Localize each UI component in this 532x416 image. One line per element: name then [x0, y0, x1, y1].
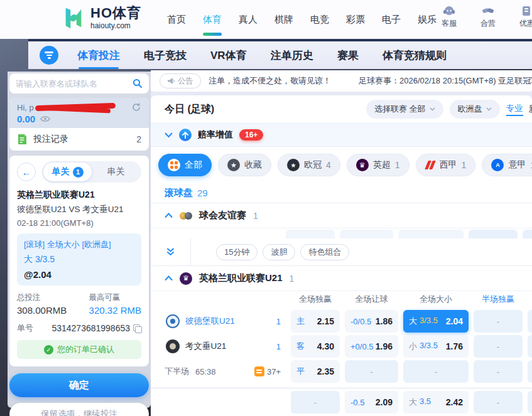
nav-lottery[interactable]: 彩票	[346, 14, 365, 26]
odds-cell-alt-handicap[interactable]: -0.5 2.09	[345, 391, 398, 413]
tab-laliga-count: 1	[462, 160, 467, 170]
odds-cell-away-win[interactable]: 客 4.30	[291, 335, 340, 358]
nav-home[interactable]: 首页	[167, 14, 186, 26]
eye-icon[interactable]	[40, 115, 50, 122]
odds-panel: 今日 (足球) 选择联赛 全部 欧洲盘 专业 新	[151, 95, 532, 416]
odds-tag: 大	[409, 397, 417, 408]
expand-all-button[interactable]	[151, 238, 191, 265]
tab-all-leagues[interactable]: 全部	[158, 154, 212, 176]
copy-order-icon[interactable]	[133, 324, 141, 333]
announcement-text: 注单，造成不便之处，敬请见谅！	[209, 75, 331, 87]
promotions-button[interactable]: 优惠	[514, 5, 532, 29]
partnership-button[interactable]: 合营	[475, 5, 501, 29]
tab-seriea[interactable]: A 意甲 1	[482, 154, 532, 176]
max-win-label: 最高可赢	[89, 292, 141, 303]
simple-view-toggle[interactable]: 新	[529, 104, 532, 115]
bet-records-label: 投注记录	[33, 134, 68, 145]
filter-correct-score[interactable]: 波胆	[263, 244, 295, 260]
nav-slots[interactable]: 电子	[382, 14, 401, 26]
odds-value: 2.42	[446, 397, 463, 407]
odds-cell-draw[interactable]: 平 2.35	[291, 360, 340, 383]
col-half-time-1x2: 半场独赢	[474, 294, 523, 305]
tab-ucl[interactable]: ★ 欧冠 4	[278, 154, 340, 176]
friendly-title: 球会友谊赛	[199, 210, 246, 221]
live-markets-row[interactable]: 滚球盘 29	[151, 183, 532, 203]
live-markets-label: 滚球盘	[165, 187, 193, 199]
odds-value: 1.96	[376, 341, 393, 351]
subnav-bet-history[interactable]: 注单历史	[271, 48, 313, 63]
slip-tab-group: 单关 1 串关	[42, 161, 141, 183]
subnav-sports-betting[interactable]: 体育投注	[77, 48, 120, 63]
subnav-esports[interactable]: 电子竞技	[144, 48, 187, 63]
search-icon[interactable]	[133, 78, 143, 88]
nav-live-casino[interactable]: 真人	[239, 14, 258, 26]
ou-line: 3/3.5	[420, 341, 438, 352]
customer-service-button[interactable]: 客服	[437, 5, 462, 29]
subnav-rules[interactable]: 体育竞猜规则	[383, 48, 447, 63]
live-markets-count: 29	[197, 188, 208, 198]
tab-parlay-bet[interactable]: 串关	[92, 163, 140, 181]
odds-value: 2.09	[376, 397, 393, 407]
match-stats[interactable]: 37+	[254, 366, 281, 376]
odds-cell-home-win[interactable]: 主 2.15	[291, 310, 340, 333]
odds-cell-home-handicap[interactable]: -0/0.5 1.86	[345, 310, 398, 333]
odds-boost-row[interactable]: 赔率增值 16+	[151, 123, 532, 147]
pro-view-toggle[interactable]: 专业	[506, 103, 523, 116]
away-team-count: 1	[276, 342, 281, 351]
odds-cell-away-handicap[interactable]: +0/0.5 1.96	[345, 335, 398, 358]
logo-title: HO体育	[90, 6, 141, 20]
odds-cell-empty: -	[345, 360, 398, 383]
section-league-header[interactable]: ♛ 英格兰职业联赛U21 1	[151, 266, 532, 291]
order-number-value: 5314273681998653	[52, 323, 130, 333]
odds-cell-under[interactable]: 小 3/3.5 1.76	[403, 335, 469, 358]
bet-records-count: 2	[136, 134, 141, 144]
odds-cell-alt-over[interactable]: 大 3.5 2.42	[403, 391, 469, 413]
home-team-name[interactable]: 彼德堡联U21	[185, 316, 235, 327]
filter-specials[interactable]: 特色组合	[300, 244, 349, 260]
collapse-slip-button[interactable]: ←	[17, 163, 36, 181]
odds-cell-empty: -	[403, 360, 469, 383]
bet-records-row[interactable]: 投注记录 2	[9, 128, 149, 151]
brand-logo[interactable]: HO体育 haiouty.com	[62, 6, 141, 30]
double-chevron-down-icon	[166, 248, 175, 256]
tab-single-bet[interactable]: 单关 1	[43, 163, 92, 181]
subnav-vr-sports[interactable]: VR体育	[210, 48, 247, 63]
total-stake-value: 308.00RMB	[17, 305, 67, 316]
tab-laliga[interactable]: 西甲 1	[416, 154, 476, 176]
filter-15min[interactable]: 15分钟	[216, 244, 258, 260]
away-team-name[interactable]: 考文垂U21	[185, 341, 226, 352]
confirm-button[interactable]: 确定	[9, 373, 149, 397]
odds-value: 1.76	[446, 341, 463, 351]
collapsed-odds-strip	[151, 228, 532, 238]
sub-nav-items: 体育投注 电子竞技 VR体育 注单历史 赛果 体育竞猜规则	[77, 48, 447, 63]
tab-epl[interactable]: ♛ 英超 1	[347, 154, 410, 176]
keep-selection-button[interactable]: 保留选项，继续投注	[9, 403, 149, 416]
nav-board-games[interactable]: 棋牌	[274, 14, 293, 26]
market-type-dropdown[interactable]: 欧洲盘	[450, 100, 500, 119]
odds-column-headers: 全场独赢 全场让球 全场大小 半场独赢 半场让球	[151, 291, 532, 307]
search-input[interactable]	[16, 79, 133, 88]
section-friendly-header[interactable]: 球会友谊赛 1	[151, 203, 532, 228]
total-stake: 总投注 308.00RMB	[17, 292, 67, 316]
dash: -	[435, 367, 437, 376]
top-header: HO体育 haiouty.com 首页 体育 真人 棋牌 电竞 彩票 电子 娱乐	[0, 0, 532, 39]
odds-cell-over-selected[interactable]: 大 3/3.5 2.04	[403, 310, 469, 333]
odds-cell-empty: -	[528, 310, 532, 333]
friendly-count: 1	[253, 211, 258, 221]
subnav-results[interactable]: 赛果	[337, 48, 359, 63]
all-grid-icon	[168, 159, 180, 171]
nav-entertainment[interactable]: 娱乐	[418, 14, 437, 26]
nav-esports[interactable]: 电竞	[310, 14, 329, 26]
partnership-label: 合营	[480, 18, 496, 29]
market-type-label: 欧洲盘	[458, 104, 482, 115]
filter-button[interactable]	[40, 46, 58, 65]
refresh-balance-icon[interactable]	[131, 102, 141, 112]
league-select-dropdown[interactable]: 选择联赛 全部	[366, 100, 443, 119]
nav-sports[interactable]: 体育	[203, 14, 222, 26]
odds-cell-empty: -	[528, 335, 532, 358]
balance-value: 0.00	[17, 114, 35, 124]
tab-favorites[interactable]: ★ 收藏	[218, 154, 271, 176]
premier-league-icon: ♛	[356, 159, 369, 171]
single-bet-count-badge: 1	[73, 167, 84, 178]
league-count: 1	[290, 274, 295, 284]
